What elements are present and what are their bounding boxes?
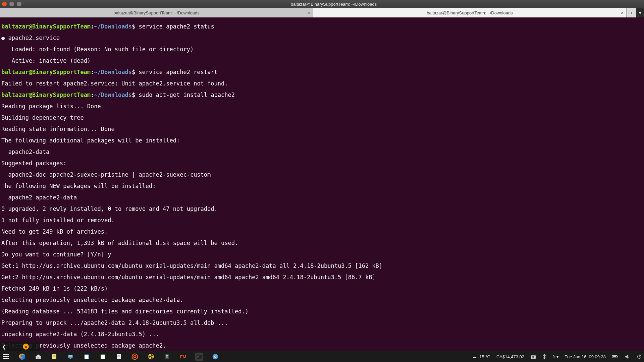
cloud-icon: ☁ bbox=[472, 354, 477, 359]
output-line: apache2-data bbox=[1, 149, 643, 155]
output-line: Reading state information... Done bbox=[1, 126, 643, 132]
new-tab-button[interactable]: + bbox=[627, 8, 636, 17]
output-line: Selecting previously unselected package … bbox=[1, 297, 643, 303]
power-icon[interactable] bbox=[637, 354, 642, 359]
output-line: Selecting previously unselected package … bbox=[1, 343, 643, 349]
text-editor-icon[interactable] bbox=[115, 353, 123, 361]
svg-text:>_: >_ bbox=[198, 355, 201, 358]
output-line: Failed to restart apache2.service: Unit … bbox=[1, 81, 643, 86]
window-close-button[interactable] bbox=[2, 2, 7, 6]
keyboard-layout[interactable]: fr ▾ bbox=[552, 354, 559, 359]
window-title: baltazar@BinarySupportTeam: ~/Downloads bbox=[25, 2, 642, 7]
output-line: Reading package lists... Done bbox=[1, 104, 643, 109]
firefox-icon[interactable] bbox=[18, 353, 26, 361]
virtualbox-icon[interactable] bbox=[66, 353, 74, 361]
svg-rect-20 bbox=[166, 355, 168, 356]
currency-indicator[interactable]: CA$14,473.02 bbox=[496, 354, 524, 359]
desktop-taskbar: FM >_ ☁ -15 °C CA$14,473.02 fr ▾ Tue Jan… bbox=[0, 351, 644, 362]
output-line: After this operation, 1,393 kB of additi… bbox=[1, 240, 643, 246]
back-arrow-icon[interactable]: ❮ bbox=[2, 343, 6, 351]
weather-indicator[interactable]: ☁ -15 °C bbox=[472, 354, 490, 359]
svg-point-23 bbox=[167, 356, 168, 357]
svg-point-25 bbox=[167, 357, 167, 358]
terminal-tab-0[interactable]: baltazar@BinarySupportTeam: ~/Downloads … bbox=[0, 8, 313, 17]
output-line: ● apache2.service bbox=[1, 35, 643, 41]
output-line: Fetched 249 kB in 1s (222 kB/s) bbox=[1, 286, 643, 292]
window-titlebar: baltazar@BinarySupportTeam: ~/Downloads bbox=[0, 0, 644, 8]
command-text: service apache2 status bbox=[139, 23, 214, 30]
output-line: Preparing to unpack .../apache2-data_2.4… bbox=[1, 320, 643, 326]
svg-point-24 bbox=[166, 357, 167, 358]
radiation-icon[interactable] bbox=[147, 353, 155, 361]
svg-rect-1 bbox=[38, 357, 39, 359]
svg-rect-7 bbox=[70, 358, 71, 359]
bluetooth-icon[interactable] bbox=[542, 354, 546, 360]
output-line: Building dependency tree bbox=[1, 115, 643, 121]
notification-overlay: ❮ ✕ bbox=[0, 342, 40, 351]
chromium-icon[interactable] bbox=[211, 353, 219, 361]
help-icon[interactable] bbox=[131, 353, 139, 361]
camera-icon[interactable] bbox=[530, 354, 536, 359]
output-line: Suggested packages: bbox=[1, 161, 643, 166]
output-line: Unpacking apache2-data (2.4.18-2ubuntu3.… bbox=[1, 331, 643, 337]
output-line: 1 not fully installed or removed. bbox=[1, 218, 643, 223]
prompt-path: ~/Downloads bbox=[94, 23, 132, 30]
output-line: 0 upgraded, 2 newly installed, 0 to remo… bbox=[1, 206, 643, 212]
output-line: Loaded: not-found (Reason: No such file … bbox=[1, 47, 643, 52]
svg-point-18 bbox=[150, 356, 151, 357]
output-line: The following NEW packages will be insta… bbox=[1, 183, 643, 189]
tab-menu-button[interactable]: ▾ bbox=[636, 8, 644, 17]
close-icon[interactable]: × bbox=[621, 10, 624, 15]
window-minimize-button[interactable] bbox=[9, 2, 14, 6]
weather-temp: -15 °C bbox=[478, 354, 490, 359]
svg-rect-2 bbox=[52, 354, 56, 359]
output-line: Get:1 http://us.archive.ubuntu.com/ubunt… bbox=[1, 263, 643, 269]
terminal-tabbar: baltazar@BinarySupportTeam: ~/Downloads … bbox=[0, 8, 644, 17]
output-line: Need to get 249 kB of archives. bbox=[1, 229, 643, 235]
svg-point-15 bbox=[132, 354, 138, 360]
filemanager-icon[interactable]: FM bbox=[179, 353, 187, 361]
clock[interactable]: Tue Jan 16, 09:09:28 bbox=[565, 354, 606, 359]
output-line: (Reading database ... 534183 files and d… bbox=[1, 309, 643, 314]
svg-point-21 bbox=[166, 356, 167, 357]
output-line: The following additional packages will b… bbox=[1, 138, 643, 143]
command-text: sudo apt-get install apache2 bbox=[139, 92, 235, 98]
terminal-viewport[interactable]: baltazar@BinarySupportTeam:~/Downloads$ … bbox=[0, 17, 644, 362]
svg-rect-11 bbox=[101, 354, 105, 355]
svg-point-31 bbox=[215, 356, 216, 357]
window-controls bbox=[2, 2, 21, 6]
output-line: Active: inactive (dead) bbox=[1, 58, 643, 64]
svg-rect-9 bbox=[85, 354, 89, 355]
window-maximize-button[interactable] bbox=[17, 2, 21, 6]
tab-label: baltazar@BinarySupportTeam: ~/Downloads bbox=[113, 10, 199, 15]
terminal-icon[interactable]: >_ bbox=[195, 353, 203, 361]
svg-point-16 bbox=[134, 356, 136, 358]
output-line: Get:2 http://us.archive.ubuntu.com/ubunt… bbox=[1, 275, 643, 280]
warning-icon[interactable]: ✕ bbox=[23, 344, 29, 350]
svg-point-22 bbox=[167, 356, 167, 357]
output-line: Do you want to continue? [Y/n] y bbox=[1, 252, 643, 257]
command-text: service apache2 restart bbox=[139, 69, 217, 75]
svg-rect-6 bbox=[68, 355, 72, 358]
files-icon[interactable] bbox=[34, 353, 42, 361]
prompt-user: baltazar@BinarySupportTeam bbox=[1, 23, 91, 30]
tab-label: baltazar@BinarySupportTeam: ~/Downloads bbox=[427, 10, 513, 15]
battery-icon[interactable] bbox=[612, 355, 619, 359]
svg-rect-36 bbox=[613, 356, 616, 357]
calculator-icon[interactable] bbox=[163, 353, 171, 361]
svg-point-26 bbox=[167, 357, 168, 358]
calc-icon[interactable] bbox=[99, 353, 107, 361]
taskbar-left: FM >_ bbox=[2, 353, 219, 361]
applications-icon[interactable] bbox=[2, 353, 10, 361]
writer-icon[interactable] bbox=[83, 353, 91, 361]
volume-icon[interactable] bbox=[625, 354, 631, 359]
output-line: apache2-doc apache2-suexec-pristine | ap… bbox=[1, 172, 643, 178]
notes-icon[interactable] bbox=[50, 353, 58, 361]
output-line: apache2 apache2-data bbox=[1, 195, 643, 200]
terminal-tab-1[interactable]: baltazar@BinarySupportTeam: ~/Downloads … bbox=[313, 8, 627, 17]
svg-point-33 bbox=[532, 356, 534, 358]
svg-rect-35 bbox=[618, 356, 618, 357]
close-icon[interactable]: × bbox=[308, 10, 310, 15]
taskbar-right: ☁ -15 °C CA$14,473.02 fr ▾ Tue Jan 16, 0… bbox=[472, 354, 642, 360]
